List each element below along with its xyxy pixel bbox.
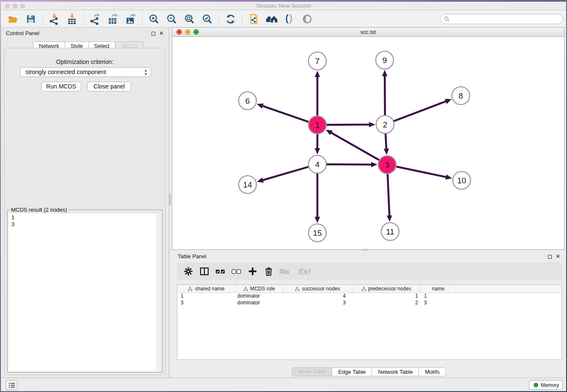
network-canvas[interactable]: 7968124314101511 xyxy=(172,37,564,249)
open-session-icon[interactable] xyxy=(7,13,19,25)
table-cell: dominator xyxy=(236,293,283,300)
copy-network-view-icon[interactable] xyxy=(248,13,260,25)
graph-edge[interactable] xyxy=(262,167,308,180)
graph-edge[interactable] xyxy=(394,101,447,121)
import-table-from-file-icon[interactable] xyxy=(66,13,78,25)
tab-network-table[interactable]: Network Table xyxy=(372,367,419,376)
table-cell: 3 xyxy=(177,300,236,306)
edge-arrowhead xyxy=(315,71,320,77)
table-panel: Table Panel ✕ xyxy=(172,251,566,377)
memory-status-button[interactable]: Memory xyxy=(529,380,563,390)
add-row-icon[interactable] xyxy=(247,266,258,276)
node-label: 10 xyxy=(457,176,466,185)
control-panel: Control Panel ✕ Network Style Select MCD… xyxy=(1,28,169,378)
result-line: 3 xyxy=(11,221,161,228)
graph-edge[interactable] xyxy=(330,132,379,160)
zoom-selected-icon[interactable] xyxy=(201,13,214,25)
delete-row-trash-icon[interactable] xyxy=(263,266,274,276)
column-label: shared name xyxy=(195,286,224,292)
mcds-tab-panel: Optimization criterion: strongly connect… xyxy=(4,48,165,375)
control-panel-title: Control Panel xyxy=(6,30,39,36)
search-field xyxy=(440,14,563,24)
column-header-name[interactable]: name xyxy=(421,285,456,293)
node-label: 11 xyxy=(386,227,394,236)
table-cell: 1 xyxy=(177,293,236,300)
import-network-from-file-icon[interactable] xyxy=(48,13,61,25)
show-log-console-button[interactable] xyxy=(6,380,17,390)
zoom-in-icon[interactable] xyxy=(148,13,160,25)
toolbar-separator xyxy=(242,13,242,25)
search-input[interactable] xyxy=(450,15,562,23)
float-table-panel-icon[interactable] xyxy=(548,255,552,259)
node-label: 14 xyxy=(243,180,252,189)
attribute-icon xyxy=(295,287,300,291)
table-tabs: Node Table Edge Table Network Table Moti… xyxy=(172,367,566,376)
memory-label: Memory xyxy=(541,382,559,388)
float-panel-icon[interactable] xyxy=(151,32,155,36)
column-header-successor-nodes[interactable]: successor nodes xyxy=(283,285,352,293)
criterion-value: strongly connected component xyxy=(25,69,106,75)
table-row[interactable]: 1dominator411 xyxy=(177,293,561,300)
chevron-up-down-icon: ▲▼ xyxy=(144,69,148,76)
zoom-fit-icon[interactable] xyxy=(183,13,196,25)
save-session-icon[interactable] xyxy=(25,13,37,25)
graph-edge[interactable] xyxy=(385,75,385,115)
column-label: name xyxy=(432,286,444,292)
table-settings-gear-icon[interactable] xyxy=(183,266,194,276)
vertical-splitter-handle[interactable] xyxy=(169,194,171,205)
edge-arrowhead xyxy=(371,162,377,167)
search-icon xyxy=(444,16,450,22)
mcds-result-text[interactable]: 1 3 xyxy=(8,213,161,371)
result-scrollbar[interactable] xyxy=(157,213,161,371)
export-image-icon[interactable] xyxy=(124,13,137,25)
close-panel-icon[interactable]: ✕ xyxy=(159,30,164,36)
graph-edge[interactable] xyxy=(327,124,370,125)
table-cell: 1 xyxy=(421,293,456,300)
node-label: 1 xyxy=(315,121,320,130)
table-header-row: shared nameMCDS rolesuccessor nodesprede… xyxy=(177,285,561,293)
tab-edge-table[interactable]: Edge Table xyxy=(332,367,372,376)
node-label: 4 xyxy=(315,160,320,169)
toolbar-separator xyxy=(42,13,43,25)
tab-motifs[interactable]: Motifs xyxy=(419,367,446,376)
node-label: 3 xyxy=(385,160,390,169)
graph-edge[interactable] xyxy=(261,105,308,121)
graph-svg[interactable]: 7968124314101511 xyxy=(172,37,564,249)
zoom-out-icon[interactable] xyxy=(165,13,178,25)
edge-arrowhead xyxy=(387,215,392,222)
table-cell: 3 xyxy=(421,300,456,306)
close-panel-button[interactable]: Close panel xyxy=(87,82,131,91)
unselect-all-icon[interactable] xyxy=(231,266,242,276)
criterion-select[interactable]: strongly connected component ▲▼ xyxy=(20,67,151,77)
refresh-icon[interactable] xyxy=(224,13,237,25)
graph-edge[interactable] xyxy=(388,174,389,217)
table-row[interactable]: 3dominator323 xyxy=(177,300,561,306)
delete-column-icon-disabled xyxy=(279,266,290,276)
export-table-icon[interactable] xyxy=(107,13,119,25)
graph-edge[interactable] xyxy=(327,164,372,165)
toolbar-separator xyxy=(219,13,219,25)
column-header-shared-name[interactable]: shared name xyxy=(177,285,236,293)
select-all-icon[interactable] xyxy=(215,266,226,276)
show-graphics-details-icon[interactable] xyxy=(283,13,296,25)
graph-edge[interactable] xyxy=(385,134,386,150)
eye-icon[interactable] xyxy=(301,13,314,25)
function-builder-icon-disabled: f(x) xyxy=(295,266,312,276)
column-header-MCDS-role[interactable]: MCDS role xyxy=(236,285,283,293)
show-column-icon[interactable] xyxy=(199,266,210,276)
column-header-predecessor-nodes[interactable]: predecessor nodes xyxy=(352,285,421,293)
node-table: shared nameMCDS rolesuccessor nodesprede… xyxy=(177,284,562,360)
graph-edge[interactable] xyxy=(396,167,447,177)
node-label: 7 xyxy=(315,57,320,66)
list-icon xyxy=(8,382,15,388)
home-icon[interactable] xyxy=(265,13,278,25)
edge-arrowhead xyxy=(257,103,264,108)
window-title: Session: New Session xyxy=(1,2,566,10)
attribute-icon xyxy=(361,287,366,291)
close-table-panel-icon[interactable]: ✕ xyxy=(556,253,560,259)
run-mcds-button[interactable]: Run MCDS xyxy=(41,82,81,91)
network-view-window: × − + scc.txt 7968124314101511 xyxy=(172,27,564,250)
status-bar: Memory xyxy=(1,378,566,391)
export-network-icon[interactable] xyxy=(89,13,102,25)
tab-node-table[interactable]: Node Table xyxy=(292,367,333,376)
